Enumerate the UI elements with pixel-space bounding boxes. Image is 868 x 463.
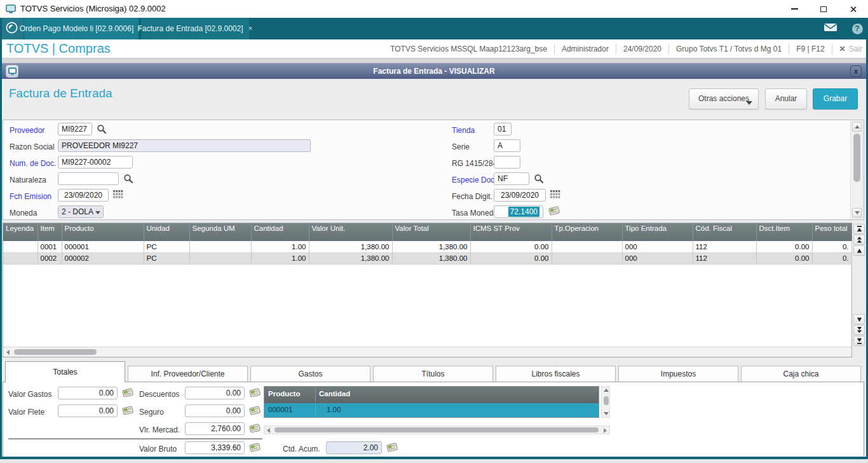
- save-button[interactable]: Grabar: [813, 88, 858, 109]
- naturaleza-label: Naturaleza: [10, 174, 46, 186]
- button-label: Otras acciones: [698, 94, 749, 103]
- scrollbar-thumb[interactable]: [853, 134, 860, 182]
- tab-libros-fiscales[interactable]: Libros fiscales: [496, 366, 616, 382]
- tienda-input[interactable]: 01: [494, 123, 512, 135]
- col-cantidad: Cantidad: [251, 223, 309, 241]
- tab-impuestos[interactable]: Impuestos: [618, 366, 738, 382]
- calculator-icon[interactable]: [548, 205, 560, 217]
- col-icms-st-prov: ICMS ST Prov: [470, 223, 552, 241]
- grid-row-up-button[interactable]: [853, 245, 865, 256]
- search-icon[interactable]: [534, 174, 546, 185]
- grid-row[interactable]: 0001 000001 PC 1.00 1,380.00 1,380.00 0.…: [3, 241, 851, 252]
- valor-gastos-input[interactable]: 0.00: [58, 387, 118, 399]
- form-scrollbar[interactable]: [850, 121, 863, 219]
- double-arrow-up-icon: [857, 237, 862, 243]
- acumulado-grid: Producto Cantidad 000001 1.00: [264, 386, 599, 418]
- valor-flete-input[interactable]: 0.00: [58, 404, 118, 417]
- acumulado-grid-header: Producto Cantidad: [264, 387, 599, 403]
- double-arrow-down-icon: [857, 327, 862, 333]
- calculator-icon[interactable]: [248, 442, 261, 453]
- minimize-icon: [791, 8, 798, 10]
- maximize-button[interactable]: [813, 0, 834, 18]
- calculator-icon[interactable]: [248, 405, 261, 417]
- valor-bruto-input[interactable]: 3,339.60: [185, 441, 245, 454]
- naturaleza-input[interactable]: [58, 172, 119, 185]
- calculator-icon[interactable]: [248, 387, 261, 399]
- calculator-icon[interactable]: [121, 405, 134, 417]
- scrollbar-thumb[interactable]: [275, 427, 599, 432]
- descuentos-input[interactable]: 0.00: [185, 387, 245, 399]
- scrollbar-thumb[interactable]: [14, 349, 97, 355]
- rg-input[interactable]: [494, 156, 520, 169]
- dialog-close-button[interactable]: x: [850, 66, 862, 77]
- vlr-mercad-input[interactable]: 2,760.00: [185, 422, 245, 435]
- calculator-icon[interactable]: [248, 423, 261, 434]
- tab-caja-chica[interactable]: Caja chica: [741, 366, 861, 382]
- scroll-down-button[interactable]: [852, 208, 862, 218]
- help-button[interactable]: ?: [851, 22, 864, 35]
- col-cantidad: Cantidad: [319, 390, 350, 397]
- especie-doc-input[interactable]: NF: [494, 172, 529, 185]
- tasa-moneda-label: Tasa Moneda: [452, 207, 498, 219]
- arrow-left-icon[interactable]: [6, 350, 10, 355]
- session-date: 24/09/2020: [623, 45, 661, 53]
- tab-close-icon[interactable]: ×: [248, 24, 253, 33]
- chevron-down-icon: [746, 101, 752, 105]
- serie-input[interactable]: A: [494, 139, 520, 152]
- divider: [315, 388, 316, 402]
- spacer: [2, 59, 866, 63]
- minimize-button[interactable]: [783, 0, 805, 18]
- search-icon[interactable]: [97, 124, 109, 135]
- col-tipo-entrada: Tipo Entrada: [622, 223, 693, 241]
- descuentos-label: Descuentos: [139, 389, 179, 400]
- tab-gastos[interactable]: Gastos: [250, 366, 370, 382]
- arrow-left-icon[interactable]: [267, 428, 270, 433]
- arrow-down-icon[interactable]: [604, 412, 609, 415]
- tab-titulos[interactable]: Títulos: [373, 366, 493, 382]
- proveedor-input[interactable]: MI9227: [58, 123, 92, 135]
- col-item: Item: [37, 223, 62, 241]
- window-border-left: [0, 18, 2, 459]
- calculator-icon[interactable]: [386, 442, 398, 453]
- fecha-digit-label: Fecha Digit.: [452, 191, 492, 202]
- grid-scroll-bottom-button[interactable]: [853, 336, 865, 346]
- tasa-moneda-input[interactable]: 72.1400: [494, 205, 543, 218]
- calendar-icon[interactable]: [113, 190, 126, 202]
- dialog-title: Factura de Entrada - VISUALIZAR: [2, 67, 866, 76]
- search-icon[interactable]: [123, 174, 136, 185]
- grid-header-row: Leyenda Item Producto Unidad Segunda UM …: [3, 223, 851, 241]
- other-actions-button[interactable]: Otras acciones: [689, 88, 759, 109]
- acumulado-vertical-scrollbar[interactable]: [601, 386, 610, 418]
- tab-orden-pago[interactable]: Orden Pago Modelo li [02.9.0006] ×: [24, 18, 139, 39]
- grid-page-up-button[interactable]: [853, 235, 865, 245]
- acumulado-grid-row-selected[interactable]: 000001 1.00: [264, 403, 599, 417]
- calculator-icon[interactable]: [121, 387, 134, 399]
- moneda-select[interactable]: 2 - DOLA: [58, 205, 104, 218]
- scroll-up-button[interactable]: [852, 122, 862, 132]
- grid-row-down-button[interactable]: [853, 314, 865, 324]
- items-table: Leyenda Item Producto Unidad Segunda UM …: [3, 223, 852, 265]
- scrollbar-thumb[interactable]: [604, 396, 609, 405]
- exit-button[interactable]: ✕Sair: [839, 45, 862, 53]
- fch-emision-input[interactable]: 23/09/2020: [58, 189, 109, 202]
- grid-row[interactable]: 0002 000002 PC 1.00 1,380.00 1,380.00 0.…: [3, 252, 851, 264]
- divider: [668, 44, 669, 54]
- grid-horizontal-scrollbar[interactable]: [3, 347, 851, 357]
- fecha-digit-input[interactable]: 23/09/2020: [494, 189, 546, 202]
- close-icon: ✕: [850, 4, 858, 14]
- arrow-up-icon[interactable]: [604, 389, 609, 392]
- grid-page-down-button[interactable]: [853, 325, 865, 335]
- calendar-icon[interactable]: [550, 190, 563, 202]
- seguro-input[interactable]: 0.00: [185, 404, 245, 417]
- cancel-button[interactable]: Anular: [765, 88, 807, 109]
- tab-factura-entrada[interactable]: Factura de Entrada [02.9.0002] ×: [141, 18, 249, 39]
- button-label: Grabar: [824, 94, 847, 103]
- close-window-button[interactable]: ✕: [843, 0, 864, 18]
- num-doc-input[interactable]: MI9227-00002: [58, 156, 133, 169]
- acumulado-horizontal-scrollbar[interactable]: [264, 425, 610, 434]
- tab-inf-proveedor-cliente[interactable]: Inf. Proveedor/Cliente: [128, 366, 248, 382]
- grid-scroll-top-button[interactable]: [853, 224, 865, 234]
- arrow-right-icon[interactable]: [604, 428, 607, 433]
- tab-totales[interactable]: Totales: [5, 361, 125, 382]
- mail-button[interactable]: [822, 22, 839, 35]
